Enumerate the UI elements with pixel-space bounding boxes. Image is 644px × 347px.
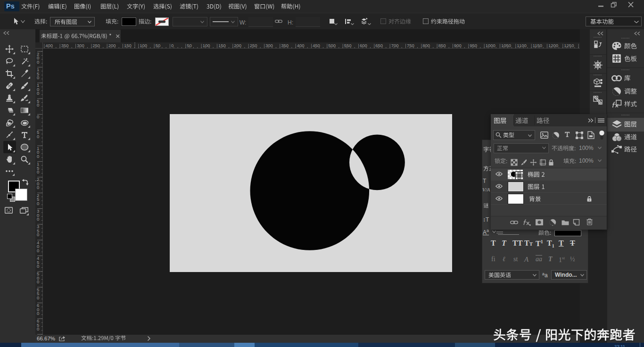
svg-text:1250: 1250 [564,43,574,48]
svg-text:700: 700 [391,43,399,48]
svg-text:100: 100 [203,43,210,48]
svg-text:350: 350 [61,43,69,48]
svg-text:0: 0 [37,232,39,237]
svg-text:0: 0 [37,134,39,139]
svg-text:250: 250 [92,43,100,48]
svg-text:300: 300 [77,43,84,48]
svg-text:1200: 1200 [548,43,558,48]
svg-text:600: 600 [360,43,367,48]
svg-text:0: 0 [37,185,39,190]
svg-text:200: 200 [234,43,241,48]
svg-text:800: 800 [422,43,430,48]
svg-text:0: 0 [37,169,39,174]
svg-text:0: 0 [171,43,173,48]
svg-text:50: 50 [187,43,192,48]
svg-text:750: 750 [407,43,414,48]
svg-text:1100: 1100 [517,43,526,48]
svg-text:0: 0 [37,311,39,316]
svg-text:50: 50 [156,43,161,48]
svg-text:550: 550 [344,43,352,48]
svg-text:0: 0 [37,295,39,300]
svg-text:0: 0 [37,114,39,119]
svg-text:650: 650 [375,43,383,48]
svg-text:1000: 1000 [486,43,495,48]
svg-text:150: 150 [124,43,132,48]
svg-text:0: 0 [37,264,39,269]
svg-text:350: 350 [281,43,289,48]
svg-text:300: 300 [265,43,273,48]
svg-text:1050: 1050 [501,43,511,48]
svg-text:0: 0 [37,154,39,159]
svg-text:200: 200 [108,43,116,48]
svg-text:0: 0 [37,201,39,206]
svg-text:250: 250 [250,43,257,48]
svg-text:0: 0 [37,102,39,107]
svg-text:0: 0 [37,326,39,331]
svg-text:0: 0 [37,248,39,253]
svg-text:23:11: 23:11 [614,344,625,347]
svg-text:0: 0 [37,216,39,222]
svg-text:1150: 1150 [533,43,542,48]
svg-text:850: 850 [438,43,446,48]
svg-text:500: 500 [328,43,336,48]
svg-text:450: 450 [313,43,320,48]
svg-text:0: 0 [37,75,39,80]
svg-text:150: 150 [218,43,226,48]
svg-text:400: 400 [297,43,305,48]
svg-text:100: 100 [140,43,147,48]
svg-text:0: 0 [37,59,39,65]
svg-text:0: 0 [37,279,39,284]
svg-text:400: 400 [45,43,53,48]
svg-text:950: 950 [470,43,477,48]
svg-text:0: 0 [37,91,39,96]
svg-text:900: 900 [454,43,462,48]
